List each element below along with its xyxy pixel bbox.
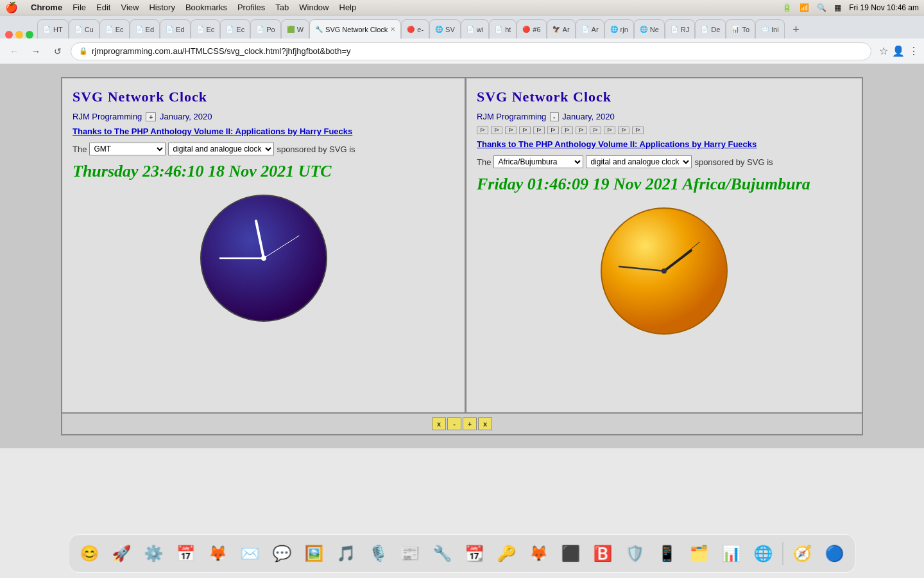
right-clocktype-select[interactable]: digital and analogue clock digital clock…	[586, 155, 692, 168]
back-button[interactable]: ←	[5, 42, 23, 60]
dock-app7[interactable]: 🗂️	[685, 539, 714, 568]
tab-ar2[interactable]: 📄Ar	[576, 19, 604, 39]
dock-news[interactable]: 📰	[397, 539, 425, 568]
dock-app9[interactable]: 🔵	[821, 539, 849, 568]
dock-app[interactable]: 🦊	[204, 539, 232, 568]
tab-wi[interactable]: 📄wi	[461, 19, 489, 39]
right-timezone-select[interactable]: Africa/Bujumbura GMT UTC	[493, 155, 583, 168]
tab-svg-clock[interactable]: 🔧 SVG Network Clock ✕	[309, 19, 401, 39]
menu-history[interactable]: History	[149, 3, 175, 12]
tab-ed1[interactable]: 📄Ed	[130, 19, 160, 39]
reload-button[interactable]: ↺	[49, 42, 67, 60]
bottom-x-button-2[interactable]: x	[478, 417, 492, 430]
dock-reminders[interactable]: 🔧	[429, 539, 457, 568]
right-thanks-link[interactable]: Thanks to The PHP Anthology Volume II: A…	[477, 139, 851, 149]
window-close-button[interactable]	[5, 31, 13, 39]
tab-bar: 📄HT 📄Cu 📄Ec 📄Ed 📄Ed 📄Ec 📄Ec 📄Po 🟩W 🔧 SVG…	[0, 15, 924, 39]
new-tab-button[interactable]: +	[787, 21, 805, 39]
tab-close-icon[interactable]: ✕	[390, 26, 395, 33]
tab-ne[interactable]: 🌐Ne	[634, 19, 665, 39]
tab-label: #6	[533, 26, 540, 33]
dock-launchpad[interactable]: 🚀	[108, 539, 136, 568]
right-brand-link[interactable]: RJM Programming	[477, 112, 546, 121]
menu-view[interactable]: View	[121, 3, 139, 12]
tab-ht2[interactable]: 📄ht	[489, 19, 517, 39]
search-icon[interactable]: 🔍	[817, 3, 826, 12]
tab-favicon: 📄	[495, 26, 502, 33]
dock-messages[interactable]: 💬	[268, 539, 296, 568]
right-the-label: The	[477, 157, 491, 167]
url-text: rjmprogramming.com.au/HTMLCSS/svg_clock.…	[92, 46, 351, 56]
menu-chrome[interactable]: Chrome	[31, 3, 62, 12]
control-center-icon[interactable]: ▦	[834, 3, 841, 12]
dock-firefox[interactable]: 🦊	[525, 539, 553, 568]
tab-ht[interactable]: 📄HT	[37, 19, 69, 39]
right-panel-title: SVG Network Clock	[477, 89, 851, 105]
left-sign-plus-button[interactable]: +	[146, 112, 156, 121]
window-minimize-button[interactable]	[15, 31, 23, 39]
dock-safari[interactable]: 🧭	[789, 539, 817, 568]
menu-edit[interactable]: Edit	[96, 3, 110, 12]
tab-ec1[interactable]: 📄Ec	[99, 19, 130, 39]
forward-button[interactable]: →	[27, 42, 45, 60]
tab-favicon: 🟩	[287, 26, 295, 33]
menu-profiles[interactable]: Profiles	[237, 3, 265, 12]
address-input[interactable]: 🔒 rjmprogramming.com.au/HTMLCSS/svg_cloc…	[71, 42, 871, 60]
tab-sv[interactable]: 🌐SV	[429, 19, 461, 39]
tab-cu[interactable]: 📄Cu	[69, 19, 99, 39]
tab-e[interactable]: 🔴e-	[401, 19, 429, 39]
dock-mail[interactable]: ✉️	[236, 539, 264, 568]
menu-help[interactable]: Help	[339, 3, 357, 12]
more-options-icon[interactable]: ⋮	[909, 45, 919, 57]
dock-photos[interactable]: 🖼️	[300, 539, 329, 568]
left-clocktype-select[interactable]: digital and analogue clock digital clock…	[168, 143, 274, 155]
tab-ec2[interactable]: 📄Ec	[191, 19, 221, 39]
tab-rj[interactable]: 📄RJ	[665, 19, 695, 39]
menu-bookmarks[interactable]: Bookmarks	[185, 3, 227, 12]
tab-label: To	[742, 26, 749, 33]
bottom-minus-button[interactable]: -	[447, 417, 461, 430]
dock-app4[interactable]: 🅱️	[589, 539, 617, 568]
right-clock-container	[477, 207, 851, 335]
left-thanks-link[interactable]: Thanks to The PHP Anthology Volume II: A…	[73, 127, 454, 136]
avatar-icon[interactable]: 👤	[892, 45, 905, 57]
menu-tab[interactable]: Tab	[275, 3, 289, 12]
right-sign-minus-button[interactable]: -	[550, 112, 559, 121]
apple-menu[interactable]: 🍎	[5, 1, 18, 13]
tab-favicon: 🔴	[407, 26, 415, 33]
dock-app6[interactable]: 📱	[653, 539, 681, 568]
tab-po[interactable]: 📄Po	[250, 19, 280, 39]
dock-finder[interactable]: 😊	[76, 539, 104, 568]
dock-app2[interactable]: 📆	[461, 539, 489, 568]
tab-w[interactable]: 🟩W	[281, 19, 309, 39]
tab-label: e-	[417, 26, 424, 33]
menu-window[interactable]: Window	[299, 3, 329, 12]
tab-rjn[interactable]: 🌐rjn	[604, 19, 634, 39]
tab-label: HT	[53, 26, 63, 33]
tab-ar1[interactable]: 🦅Ar	[547, 19, 576, 39]
window-maximize-button[interactable]	[26, 31, 33, 39]
dock-music[interactable]: 🎵	[332, 539, 361, 568]
left-brand-link[interactable]: RJM Programming	[73, 112, 142, 121]
bottom-x-button-1[interactable]: x	[432, 417, 446, 430]
tab-ec3[interactable]: 📄Ec	[220, 19, 250, 39]
dock-app3[interactable]: 🔑	[493, 539, 521, 568]
left-panel-subtitle: RJM Programming + January, 2020	[73, 112, 454, 121]
dock-calendar[interactable]: 📅	[172, 539, 200, 568]
tab-to[interactable]: 📊To	[726, 19, 755, 39]
dock-app5[interactable]: 🛡️	[621, 539, 649, 568]
tab-de[interactable]: 📄De	[695, 19, 726, 39]
dock-system-prefs[interactable]: ⚙️	[140, 539, 168, 568]
menu-file[interactable]: File	[73, 3, 86, 12]
dock-podcasts[interactable]: 🎙️	[364, 539, 393, 568]
tab-ini[interactable]: ✉️Ini	[755, 19, 785, 39]
left-timezone-select[interactable]: GMT UTC Africa/Bujumbura	[89, 143, 166, 155]
tab-ed2[interactable]: 📄Ed	[160, 19, 190, 39]
dock-app8[interactable]: 📊	[717, 539, 746, 568]
svg-point-4	[261, 256, 266, 261]
dock-chrome[interactable]: 🌐	[749, 539, 778, 568]
tab-hash[interactable]: 🔴#6	[517, 19, 546, 39]
bookmark-star-icon[interactable]: ☆	[879, 45, 888, 57]
dock-terminal[interactable]: ⬛	[557, 539, 585, 568]
bottom-plus-button[interactable]: +	[463, 417, 477, 430]
